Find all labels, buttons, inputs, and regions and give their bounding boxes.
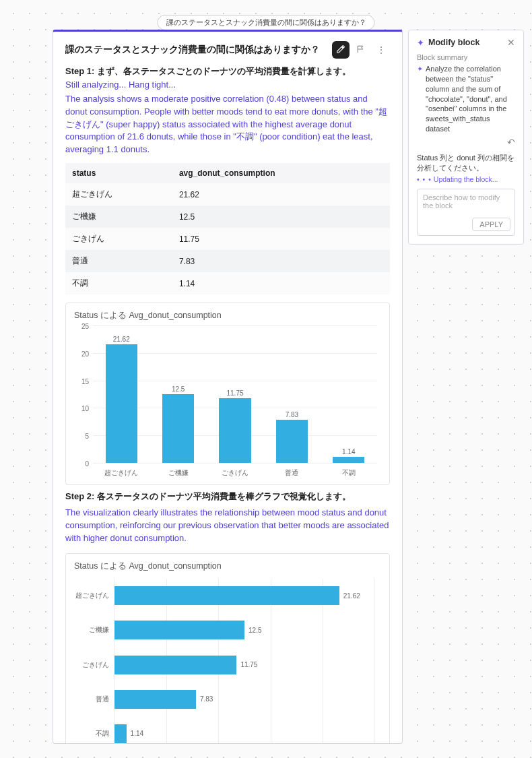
table-cell: 1.14 [172,272,390,294]
bar-rect [106,344,137,463]
card-header: 課のステータスとスナック消費量の間に関係はありますか？ ⋮ [65,41,390,59]
flag-icon [356,44,366,56]
panel-header: ✦ Modify block ✕ [417,37,515,48]
flag-button[interactable] [352,41,370,59]
block-summary: ✦ Analyze the correlation between the "s… [417,64,515,134]
step1-heading: Step 1: まず、各ステータスごとのドーナツの平均消費量を計算します。 [65,65,390,77]
y-tick-label: 0 [85,460,93,468]
chart1-title: Status による Avg_donut_consumption [74,310,381,321]
undo-icon: ↶ [507,137,515,148]
hbar-area: 超ごきげん21.62ご機嫌12.5ごきげん11.75普通7.83不調1.14 0… [74,576,381,744]
bar-rect [114,724,127,743]
y-tick-label: 25 [81,323,93,330]
y-tick-label: ごきげん [74,660,114,670]
modify-input[interactable]: Describe how to modify the block APPLY [417,189,515,236]
bar: 11.75 [207,325,263,463]
updating-text: Updating the block... [434,175,498,183]
table-row: 超ごきげん21.62 [65,183,390,206]
vbar-area: 0510152025 21.6212.511.757.831.14 超ごきげんご… [74,325,381,480]
y-tick-label: 10 [81,405,93,412]
bar: 21.62 [93,325,149,463]
panel-subheading: Block summary [417,53,515,61]
modify-block-panel: ✦ Modify block ✕ Block summary ✦ Analyze… [408,30,524,245]
y-tick-label: ご機嫌 [74,625,114,635]
x-tick-label: 普通 [263,466,320,480]
y-tick-label: 普通 [74,695,114,704]
pencil-icon [336,44,345,56]
bar-value-label: 11.75 [240,661,257,668]
more-button[interactable]: ⋮ [372,41,390,59]
y-tick-label: 不調 [74,729,114,738]
previous-instruction: Status 列と donut 列の相関を分析してください。 [417,153,515,173]
query-pill-text: 課のステータスとスナック消費量の間に関係はありますか？ [166,18,366,26]
apply-label: APPLY [479,220,503,228]
y-tick-label: 15 [81,377,93,385]
col-status: status [65,163,172,183]
bar: 12.5 [149,325,206,463]
loading-dots-icon: • • • [417,175,432,183]
input-placeholder: Describe how to modify the block [423,193,500,210]
bar-rect [114,621,244,639]
sparkle-icon: ✦ [417,64,423,134]
chart2-title: Status による Avg_donut_consumption [74,561,381,572]
query-pill[interactable]: 課のステータスとスナック消費量の間に関係はありますか？ [158,15,375,30]
bar-rect [276,420,308,463]
bar-value-label: 21.62 [343,592,360,600]
close-button[interactable]: ✕ [507,37,515,48]
bar: 普通7.83 [114,690,374,709]
vertical-bar-chart: Status による Avg_donut_consumption 0510152… [65,303,390,485]
step2-paragraph: The visualization clearly illustrates th… [65,507,390,545]
bar-value-label: 12.5 [248,627,261,634]
table-row: ご機嫌12.5 [65,206,390,228]
bar-rect [114,586,339,605]
y-tick-label: 5 [85,433,93,440]
table-row: ごきげん11.75 [65,228,390,250]
bar-value-label: 11.75 [227,389,244,397]
table-row: 普通7.83 [65,250,390,272]
table-row: 不調1.14 [65,272,390,294]
bar-rect [114,656,236,674]
analysis-card: 課のステータスとスナック消費量の間に関係はありますか？ ⋮ Step 1: まず… [53,30,403,744]
undo-button[interactable]: ↶ [417,137,515,148]
card-title: 課のステータスとスナック消費量の間に関係はありますか？ [65,44,329,56]
edit-button[interactable] [332,41,350,59]
table-cell: ごきげん [65,228,172,250]
table-cell: 7.83 [172,250,390,272]
step2-heading: Step 2: 各ステータスのドーナツ平均消費量を棒グラフで視覚化します。 [65,491,390,503]
bar: 1.14 [321,325,377,463]
bar: ごきげん11.75 [114,656,374,674]
block-summary-text: Analyze the correlation between the "sta… [426,64,515,134]
panel-title: Modify block [428,38,507,47]
y-tick-label: 超ごきげん [74,591,114,600]
bar-rect [114,690,196,709]
close-icon: ✕ [507,37,515,48]
bar-rect [333,457,364,463]
updating-status: • • • Updating the block... [417,175,515,183]
analysis-paragraph: The analysis shows a moderate positive c… [65,93,390,156]
table-cell: 11.75 [172,228,390,250]
bar-value-label: 1.14 [131,730,143,737]
bar-value-label: 12.5 [172,385,185,393]
x-tick-label: ごきげん [207,466,263,480]
col-avg: avg_donut_consumption [172,163,390,183]
bar-rect [219,398,251,463]
y-tick-label: 20 [81,350,93,357]
table-cell: 超ごきげん [65,183,172,206]
horizontal-bar-chart: Status による Avg_donut_consumption 超ごきげん21… [65,553,390,744]
table-cell: 12.5 [172,206,390,228]
table-cell: ご機嫌 [65,206,172,228]
table-cell: 普通 [65,250,172,272]
bar-value-label: 21.62 [113,336,130,343]
table-cell: 21.62 [172,183,390,206]
x-tick-label: ご機嫌 [149,466,206,480]
kebab-icon: ⋮ [376,44,386,55]
bar: 不調1.14 [114,724,374,743]
apply-button[interactable]: APPLY [472,218,510,231]
bar-rect [162,394,194,463]
table-header-row: status avg_donut_consumption [65,163,390,183]
bar: 7.83 [263,325,320,463]
bar-value-label: 1.14 [342,448,355,455]
x-tick-label: 不調 [321,466,377,480]
x-tick-label: 超ごきげん [93,466,149,480]
analyzing-status: Still analyzing... Hang tight... [65,79,390,92]
